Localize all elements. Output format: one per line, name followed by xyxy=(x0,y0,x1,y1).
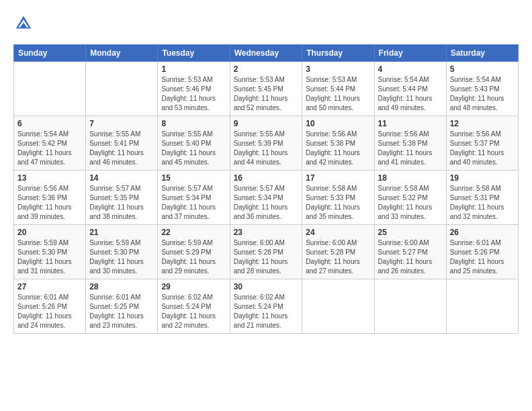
day-number: 16 xyxy=(234,173,299,183)
calendar-cell: 17Sunrise: 5:58 AM Sunset: 5:33 PM Dayli… xyxy=(302,171,374,225)
day-info: Sunrise: 5:59 AM Sunset: 5:30 PM Dayligh… xyxy=(89,238,154,276)
day-info: Sunrise: 5:53 AM Sunset: 5:44 PM Dayligh… xyxy=(306,75,370,113)
day-number: 1 xyxy=(161,64,226,74)
day-number: 23 xyxy=(234,228,299,237)
day-number: 17 xyxy=(306,173,370,183)
calendar-week-5: 27Sunrise: 6:01 AM Sunset: 5:26 PM Dayli… xyxy=(14,279,519,334)
day-number: 30 xyxy=(234,282,299,291)
day-info: Sunrise: 6:00 AM Sunset: 5:28 PM Dayligh… xyxy=(234,238,299,276)
calendar-cell: 3Sunrise: 5:53 AM Sunset: 5:44 PM Daylig… xyxy=(302,62,374,116)
day-info: Sunrise: 6:01 AM Sunset: 5:26 PM Dayligh… xyxy=(17,293,82,330)
day-number: 19 xyxy=(450,173,515,183)
day-number: 5 xyxy=(450,64,515,74)
day-info: Sunrise: 5:59 AM Sunset: 5:29 PM Dayligh… xyxy=(161,238,226,276)
day-number: 6 xyxy=(17,119,82,128)
calendar-cell: 26Sunrise: 6:01 AM Sunset: 5:26 PM Dayli… xyxy=(446,225,518,279)
calendar-cell: 10Sunrise: 5:56 AM Sunset: 5:38 PM Dayli… xyxy=(302,116,374,171)
day-info: Sunrise: 5:55 AM Sunset: 5:40 PM Dayligh… xyxy=(161,130,226,167)
day-number: 9 xyxy=(234,119,299,128)
col-header-saturday: Saturday xyxy=(446,45,518,62)
calendar-week-2: 6Sunrise: 5:54 AM Sunset: 5:42 PM Daylig… xyxy=(14,116,519,171)
day-info: Sunrise: 5:59 AM Sunset: 5:30 PM Dayligh… xyxy=(17,238,82,276)
calendar-header-row: SundayMondayTuesdayWednesdayThursdayFrid… xyxy=(14,45,519,62)
page-header xyxy=(13,13,519,34)
day-number: 29 xyxy=(161,282,226,291)
day-number: 8 xyxy=(161,119,226,128)
day-number: 27 xyxy=(17,282,82,291)
day-number: 3 xyxy=(306,64,370,74)
calendar-cell: 9Sunrise: 5:55 AM Sunset: 5:39 PM Daylig… xyxy=(230,116,302,171)
calendar-cell: 11Sunrise: 5:56 AM Sunset: 5:38 PM Dayli… xyxy=(374,116,446,171)
day-info: Sunrise: 5:56 AM Sunset: 5:38 PM Dayligh… xyxy=(378,130,443,167)
calendar-cell: 18Sunrise: 5:58 AM Sunset: 5:32 PM Dayli… xyxy=(374,171,446,225)
day-info: Sunrise: 5:58 AM Sunset: 5:33 PM Dayligh… xyxy=(306,184,370,222)
calendar-cell: 22Sunrise: 5:59 AM Sunset: 5:29 PM Dayli… xyxy=(158,225,230,279)
logo-icon xyxy=(13,13,34,34)
day-number: 4 xyxy=(378,64,443,74)
calendar-cell: 24Sunrise: 6:00 AM Sunset: 5:28 PM Dayli… xyxy=(302,225,374,279)
calendar-cell xyxy=(446,279,518,334)
calendar-cell: 16Sunrise: 5:57 AM Sunset: 5:34 PM Dayli… xyxy=(230,171,302,225)
calendar-table: SundayMondayTuesdayWednesdayThursdayFrid… xyxy=(13,44,519,334)
day-number: 25 xyxy=(378,228,443,237)
calendar-cell: 21Sunrise: 5:59 AM Sunset: 5:30 PM Dayli… xyxy=(86,225,158,279)
col-header-monday: Monday xyxy=(86,45,158,62)
col-header-thursday: Thursday xyxy=(302,45,374,62)
day-info: Sunrise: 6:01 AM Sunset: 5:26 PM Dayligh… xyxy=(450,238,515,276)
day-number: 22 xyxy=(161,228,226,237)
col-header-sunday: Sunday xyxy=(14,45,86,62)
day-info: Sunrise: 5:54 AM Sunset: 5:44 PM Dayligh… xyxy=(378,75,443,113)
day-info: Sunrise: 5:57 AM Sunset: 5:34 PM Dayligh… xyxy=(161,184,226,222)
calendar-cell: 15Sunrise: 5:57 AM Sunset: 5:34 PM Dayli… xyxy=(158,171,230,225)
calendar-cell xyxy=(86,62,158,116)
day-info: Sunrise: 5:58 AM Sunset: 5:32 PM Dayligh… xyxy=(378,184,443,222)
day-info: Sunrise: 5:55 AM Sunset: 5:39 PM Dayligh… xyxy=(234,130,299,167)
calendar-cell xyxy=(14,62,86,116)
day-number: 26 xyxy=(450,228,515,237)
calendar-week-1: 1Sunrise: 5:53 AM Sunset: 5:46 PM Daylig… xyxy=(14,62,519,116)
day-info: Sunrise: 6:00 AM Sunset: 5:28 PM Dayligh… xyxy=(306,238,370,276)
day-number: 15 xyxy=(161,173,226,183)
day-info: Sunrise: 5:54 AM Sunset: 5:42 PM Dayligh… xyxy=(17,130,82,167)
day-info: Sunrise: 6:00 AM Sunset: 5:27 PM Dayligh… xyxy=(378,238,443,276)
day-info: Sunrise: 5:54 AM Sunset: 5:43 PM Dayligh… xyxy=(450,75,515,113)
day-info: Sunrise: 6:01 AM Sunset: 5:25 PM Dayligh… xyxy=(89,293,154,330)
calendar-cell: 6Sunrise: 5:54 AM Sunset: 5:42 PM Daylig… xyxy=(14,116,86,171)
day-number: 2 xyxy=(234,64,299,74)
col-header-friday: Friday xyxy=(374,45,446,62)
day-info: Sunrise: 5:57 AM Sunset: 5:34 PM Dayligh… xyxy=(234,184,299,222)
calendar-cell: 4Sunrise: 5:54 AM Sunset: 5:44 PM Daylig… xyxy=(374,62,446,116)
day-info: Sunrise: 5:56 AM Sunset: 5:37 PM Dayligh… xyxy=(450,130,515,167)
day-number: 20 xyxy=(17,228,82,237)
day-number: 18 xyxy=(378,173,443,183)
day-number: 11 xyxy=(378,119,443,128)
calendar-cell: 25Sunrise: 6:00 AM Sunset: 5:27 PM Dayli… xyxy=(374,225,446,279)
day-info: Sunrise: 5:56 AM Sunset: 5:36 PM Dayligh… xyxy=(17,184,82,222)
calendar-cell: 2Sunrise: 5:53 AM Sunset: 5:45 PM Daylig… xyxy=(230,62,302,116)
calendar-week-4: 20Sunrise: 5:59 AM Sunset: 5:30 PM Dayli… xyxy=(14,225,519,279)
calendar-cell: 19Sunrise: 5:58 AM Sunset: 5:31 PM Dayli… xyxy=(446,171,518,225)
day-info: Sunrise: 5:58 AM Sunset: 5:31 PM Dayligh… xyxy=(450,184,515,222)
calendar-cell: 1Sunrise: 5:53 AM Sunset: 5:46 PM Daylig… xyxy=(158,62,230,116)
col-header-tuesday: Tuesday xyxy=(158,45,230,62)
calendar-cell: 29Sunrise: 6:02 AM Sunset: 5:24 PM Dayli… xyxy=(158,279,230,334)
day-info: Sunrise: 5:53 AM Sunset: 5:46 PM Dayligh… xyxy=(161,75,226,113)
day-number: 21 xyxy=(89,228,154,237)
calendar-week-3: 13Sunrise: 5:56 AM Sunset: 5:36 PM Dayli… xyxy=(14,171,519,225)
calendar-cell xyxy=(374,279,446,334)
calendar-cell: 7Sunrise: 5:55 AM Sunset: 5:41 PM Daylig… xyxy=(86,116,158,171)
day-info: Sunrise: 6:02 AM Sunset: 5:24 PM Dayligh… xyxy=(234,293,299,330)
day-info: Sunrise: 6:02 AM Sunset: 5:24 PM Dayligh… xyxy=(161,293,226,330)
day-number: 14 xyxy=(89,173,154,183)
calendar-cell xyxy=(302,279,374,334)
calendar-cell: 5Sunrise: 5:54 AM Sunset: 5:43 PM Daylig… xyxy=(446,62,518,116)
calendar-cell: 27Sunrise: 6:01 AM Sunset: 5:26 PM Dayli… xyxy=(14,279,86,334)
calendar-cell: 20Sunrise: 5:59 AM Sunset: 5:30 PM Dayli… xyxy=(14,225,86,279)
col-header-wednesday: Wednesday xyxy=(230,45,302,62)
day-number: 13 xyxy=(17,173,82,183)
logo xyxy=(13,13,36,34)
day-number: 10 xyxy=(306,119,370,128)
day-number: 24 xyxy=(306,228,370,237)
calendar-cell: 12Sunrise: 5:56 AM Sunset: 5:37 PM Dayli… xyxy=(446,116,518,171)
calendar-cell: 13Sunrise: 5:56 AM Sunset: 5:36 PM Dayli… xyxy=(14,171,86,225)
